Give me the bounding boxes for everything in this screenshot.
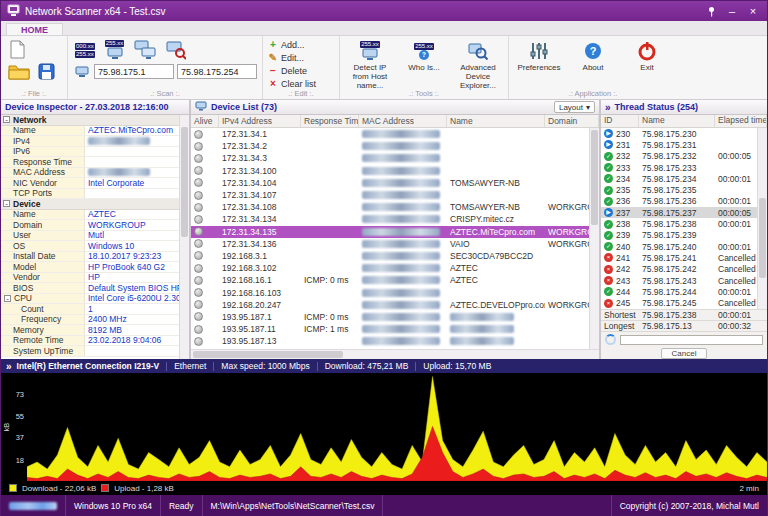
device-row[interactable]: 192.168.20.247AZTEC.DEVELOPpro.comWORKGR… (191, 299, 589, 311)
inspector-property-row[interactable]: -CPUIntel Core i5-6200U 2.30GHz (1, 294, 179, 305)
device-row[interactable]: 172.31.34.100 (191, 165, 589, 177)
inspector-property-row[interactable]: TCP Ports (1, 189, 179, 200)
thread-row[interactable]: ✓24075.98.175.24000:00:01 (601, 241, 757, 252)
thread-row[interactable]: ✓23975.98.175.239 (601, 230, 757, 241)
thread-row[interactable]: ✓24475.98.175.24400:00:01 (601, 286, 757, 297)
inspector-section-row[interactable]: -Network (1, 115, 179, 126)
thread-row[interactable]: ✓23475.98.175.23400:00:01 (601, 173, 757, 184)
device-row[interactable]: 172.31.34.3 (191, 152, 589, 164)
scan-subnet-button[interactable]: 255.xx (103, 39, 127, 61)
inspector-property-row[interactable]: System UpTime (1, 346, 179, 357)
device-row[interactable]: 192.168.3.1SEC30CDA79BCC2D (191, 250, 589, 262)
column-thread-id[interactable]: ID (601, 115, 639, 127)
about-button[interactable]: ? About (568, 39, 618, 73)
detect-devices-button[interactable] (164, 39, 188, 61)
column-mac[interactable]: MAC Address (359, 115, 447, 127)
thread-row[interactable]: ✓23275.98.175.23200:00:05 (601, 151, 757, 162)
add-button[interactable]: + Add... (268, 39, 334, 51)
thread-row[interactable]: ▶23075.98.175.230 (601, 128, 757, 139)
column-response-time[interactable]: Response Time (301, 115, 359, 127)
inspector-property-row[interactable]: Frequency2400 MHz (1, 315, 179, 326)
device-row[interactable]: 193.95.187.11ICMP: 1 ms (191, 323, 589, 335)
thread-row[interactable]: ×24275.98.175.242Cancelled (601, 264, 757, 275)
device-list-hscrollbar[interactable] (191, 349, 599, 359)
inspector-property-row[interactable]: OSWindows 10 (1, 241, 179, 252)
scan-ip-range-button[interactable]: 000.xx 255.xx (73, 42, 97, 59)
inspector-property-row[interactable]: NIC VendorIntel Corporate (1, 178, 179, 189)
column-elapsed-time[interactable]: Elapsed time (715, 115, 767, 127)
device-row[interactable]: 192.168.16.103 (191, 286, 589, 298)
device-row[interactable]: 172.31.34.1 (191, 128, 589, 140)
inspector-property-row[interactable]: Count1 (1, 304, 179, 315)
thread-row[interactable]: ×24575.98.175.245Cancelled (601, 297, 757, 308)
save-file-button[interactable] (36, 62, 57, 81)
inspector-property-row[interactable]: ModelHP ProBook 640 G2 (1, 262, 179, 273)
thread-row[interactable]: ×24375.98.175.243Cancelled (601, 275, 757, 286)
collapse-icon[interactable]: - (4, 295, 11, 302)
device-row[interactable]: 172.31.34.134CRISPY.mitec.cz (191, 213, 589, 225)
minimize-icon[interactable]: – (724, 4, 740, 19)
detect-ip-button[interactable]: 255.xx Detect IP from Host name... (345, 39, 395, 90)
device-row[interactable]: 172.31.34.104TOMSAWYER-NB (191, 177, 589, 189)
titlebar[interactable]: Network Scanner x64 - Test.csv – × (1, 1, 767, 21)
thread-row[interactable]: ✓23675.98.175.23600:00:01 (601, 196, 757, 207)
ip-to-input[interactable] (177, 64, 257, 79)
column-ipv4[interactable]: IPv4 Address (219, 115, 301, 127)
device-list-vscrollbar[interactable] (589, 128, 599, 349)
inspector-property-row[interactable]: Memory8192 MB (1, 325, 179, 336)
inspector-property-row[interactable]: IPv6 (1, 147, 179, 158)
inspector-scrollbar[interactable] (179, 115, 189, 359)
device-row[interactable]: 172.31.34.135AZTEC.MiTeCpro.comWORKGROUP (191, 226, 589, 238)
thread-row[interactable]: ✓23575.98.175.235 (601, 184, 757, 195)
inspector-property-row[interactable]: IPv4 (1, 136, 179, 147)
device-row[interactable]: 172.31.34.2 (191, 140, 589, 152)
new-file-button[interactable] (6, 39, 28, 60)
thread-vscrollbar[interactable] (757, 128, 767, 309)
inspector-property-row[interactable]: NameAZTEC (1, 210, 179, 221)
exit-button[interactable]: Exit (622, 39, 672, 73)
thread-column-headers[interactable]: ID Name Elapsed time (601, 115, 767, 128)
thread-collapse-icon[interactable]: » (605, 102, 611, 113)
close-icon[interactable]: × (745, 4, 761, 19)
collapse-icon[interactable]: - (3, 200, 10, 207)
cancel-button[interactable]: Cancel (661, 348, 708, 359)
column-name[interactable]: Name (447, 115, 545, 127)
inspector-section-row[interactable]: -Device (1, 199, 179, 210)
device-row[interactable]: 192.168.16.1ICMP: 0 msAZTEC (191, 274, 589, 286)
column-domain[interactable]: Domain (545, 115, 599, 127)
device-row[interactable]: 192.168.3.102AZTEC (191, 262, 589, 274)
thread-row[interactable]: ×24175.98.175.241Cancelled (601, 252, 757, 263)
inspector-property-row[interactable]: UserMutl (1, 231, 179, 242)
inspector-property-row[interactable]: NameAZTEC.MiTeCpro.com (1, 126, 179, 137)
inspector-property-row[interactable]: Remote Time23.02.2018 9:04:06 (1, 336, 179, 347)
device-row[interactable]: 193.95.187.1ICMP: 0 ms (191, 311, 589, 323)
tab-home[interactable]: HOME (6, 23, 63, 35)
device-list-column-headers[interactable]: Alive IPv4 Address Response Time MAC Add… (191, 115, 599, 128)
open-file-button[interactable] (6, 62, 32, 81)
pin-icon[interactable] (703, 4, 719, 19)
column-thread-name[interactable]: Name (639, 115, 715, 127)
device-row[interactable]: 172.31.34.108TOMSAWYER-NBWORKGROUP (191, 201, 589, 213)
preferences-button[interactable]: Preferences (514, 39, 564, 73)
scan-network-button[interactable] (132, 39, 158, 61)
inspector-property-row[interactable]: BIOSDefault System BIOS HPQOE (1, 283, 179, 294)
inspector-property-row[interactable]: Install Date18.10.2017 9:23:23 (1, 252, 179, 263)
delete-button[interactable]: − Delete (268, 65, 334, 77)
layout-button[interactable]: Layout ▾ (554, 101, 595, 113)
thread-row[interactable]: ▶23175.98.175.231 (601, 139, 757, 150)
device-row[interactable]: 193.95.187.13 (191, 335, 589, 347)
ip-from-input[interactable] (94, 64, 174, 79)
inspector-property-row[interactable]: VendorHP (1, 273, 179, 284)
advanced-device-explorer-button[interactable]: Advanced Device Explorer... (453, 39, 503, 90)
device-row[interactable]: 172.31.34.136VAIOWORKGROUP (191, 238, 589, 250)
edit-button[interactable]: ✎ Edit... (268, 52, 334, 64)
who-is-button[interactable]: 255.xx ? Who Is... (399, 39, 449, 90)
inspector-property-row[interactable]: Response Time (1, 157, 179, 168)
thread-row[interactable]: ✓23375.98.175.233 (601, 162, 757, 173)
device-row[interactable]: 172.31.34.107 (191, 189, 589, 201)
column-alive[interactable]: Alive (191, 115, 219, 127)
graph-collapse-icon[interactable]: » (6, 361, 12, 372)
inspector-property-row[interactable]: DomainWORKGROUP (1, 220, 179, 231)
collapse-icon[interactable]: - (3, 116, 10, 123)
thread-row[interactable]: ✓23875.98.175.23800:00:01 (601, 218, 757, 229)
